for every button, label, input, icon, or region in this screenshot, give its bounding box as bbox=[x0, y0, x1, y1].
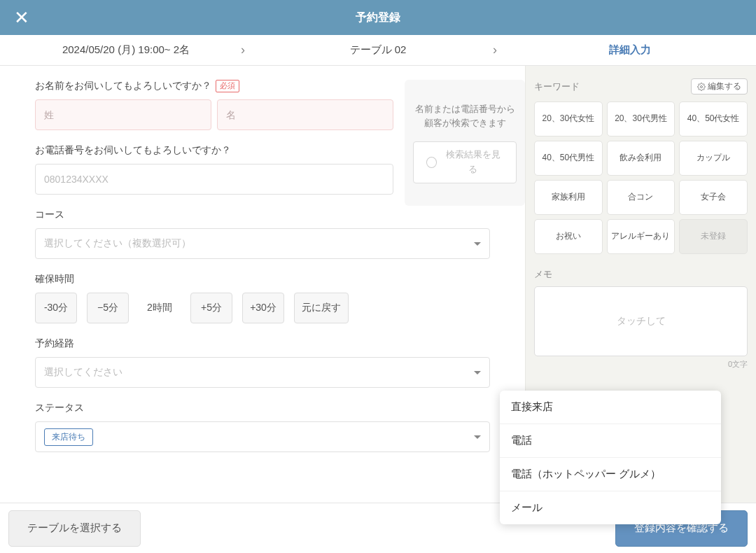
required-badge: 必須 bbox=[216, 80, 239, 92]
keyword-chip[interactable]: 家族利用 bbox=[534, 180, 603, 215]
keyword-chip-unregistered[interactable]: 未登録 bbox=[679, 219, 748, 254]
duration-plus-5-button[interactable]: +5分 bbox=[190, 293, 232, 323]
svg-point-0 bbox=[701, 85, 703, 88]
memo-char-count: 0文字 bbox=[534, 359, 748, 370]
tab-datetime[interactable]: 2024/05/20 (月) 19:00~ 2名 › bbox=[0, 35, 252, 65]
duration-current: 2時間 bbox=[139, 293, 181, 323]
keyword-chip[interactable]: アレルギーあり bbox=[607, 219, 676, 254]
duration-label: 確保時間 bbox=[35, 273, 490, 286]
keyword-chip[interactable]: 40、50代女性 bbox=[679, 102, 748, 136]
caret-down-icon bbox=[474, 435, 481, 439]
route-placeholder: 選択してください bbox=[44, 366, 122, 379]
duration-reset-button[interactable]: 元に戻す bbox=[294, 293, 349, 323]
keyword-chip[interactable]: 20、30代女性 bbox=[534, 102, 603, 136]
customer-search-panel: 名前または電話番号から 顧客が検索できます 検索結果を見る bbox=[405, 80, 525, 206]
duration-minus-30-button[interactable]: -30分 bbox=[35, 293, 77, 323]
keyword-chip[interactable]: 女子会 bbox=[679, 180, 748, 215]
name-label-text: お名前をお伺いしてもよろしいですか？ bbox=[35, 80, 211, 92]
select-table-button[interactable]: テーブルを選択する bbox=[8, 510, 141, 547]
firstname-input[interactable] bbox=[217, 99, 393, 130]
tab-table[interactable]: テーブル 02 › bbox=[252, 35, 504, 65]
modal-header: ✕ 予約登録 bbox=[0, 0, 756, 35]
status-select[interactable]: 来店待ち bbox=[35, 421, 490, 452]
edit-button-label: 編集する bbox=[708, 81, 741, 92]
caret-down-icon bbox=[474, 371, 481, 374]
lastname-input[interactable] bbox=[35, 99, 211, 130]
course-select[interactable]: 選択してください（複数選択可） bbox=[35, 228, 490, 259]
route-label: 予約経路 bbox=[35, 337, 490, 350]
route-dropdown-menu: 直接来店 電話 電話（ホットペッパー グルメ） メール bbox=[500, 391, 721, 524]
route-option[interactable]: メール bbox=[500, 491, 721, 524]
tab-table-label: テーブル 02 bbox=[350, 43, 407, 57]
route-option[interactable]: 直接来店 bbox=[500, 391, 721, 424]
phone-input[interactable] bbox=[35, 164, 393, 195]
chevron-right-icon: › bbox=[493, 43, 497, 57]
memo-placeholder: タッチして bbox=[617, 315, 666, 328]
keyword-chip[interactable]: カップル bbox=[679, 141, 748, 176]
chevron-right-icon: › bbox=[241, 43, 245, 57]
course-label: コース bbox=[35, 209, 490, 221]
keyword-chip[interactable]: 飲み会利用 bbox=[607, 141, 676, 176]
route-select[interactable]: 選択してください bbox=[35, 357, 490, 388]
route-option[interactable]: 電話（ホットペッパー グルメ） bbox=[500, 458, 721, 491]
keyword-chip[interactable]: お祝い bbox=[534, 219, 603, 254]
keyword-chip[interactable]: 合コン bbox=[607, 180, 676, 215]
close-icon[interactable]: ✕ bbox=[14, 8, 29, 27]
search-button-label: 検索結果を見る bbox=[442, 148, 503, 177]
step-tabs: 2024/05/20 (月) 19:00~ 2名 › テーブル 02 › 詳細入… bbox=[0, 35, 756, 66]
modal-title: 予約登録 bbox=[356, 10, 400, 25]
keyword-grid: 20、30代女性 20、30代男性 40、50代女性 40、50代男性 飲み会利… bbox=[534, 102, 748, 254]
keyword-heading: キーワード bbox=[534, 80, 580, 93]
duration-plus-30-button[interactable]: +30分 bbox=[242, 293, 284, 323]
search-hint-2: 顧客が検索できます bbox=[415, 116, 515, 130]
duration-minus-5-button[interactable]: −5分 bbox=[87, 293, 129, 323]
keyword-chip[interactable]: 20、30代男性 bbox=[607, 102, 676, 136]
status-label: ステータス bbox=[35, 402, 490, 414]
route-option[interactable]: 電話 bbox=[500, 424, 721, 458]
view-search-results-button[interactable]: 検索結果を見る bbox=[413, 141, 517, 183]
tab-detail-label: 詳細入力 bbox=[609, 43, 651, 57]
caret-down-icon bbox=[474, 242, 481, 246]
gear-icon bbox=[697, 83, 706, 91]
name-label: お名前をお伺いしてもよろしいですか？ 必須 bbox=[35, 80, 393, 92]
status-chip: 来店待ち bbox=[44, 428, 93, 446]
tab-detail[interactable]: 詳細入力 bbox=[504, 35, 756, 65]
course-placeholder: 選択してください（複数選択可） bbox=[44, 237, 191, 250]
memo-heading: メモ bbox=[534, 268, 748, 281]
memo-input[interactable]: タッチして bbox=[534, 286, 748, 356]
phone-label: お電話番号をお伺いしてもよろしいですか？ bbox=[35, 144, 393, 157]
tab-datetime-label: 2024/05/20 (月) 19:00~ 2名 bbox=[62, 43, 190, 57]
edit-keywords-button[interactable]: 編集する bbox=[691, 78, 748, 94]
keyword-chip[interactable]: 40、50代男性 bbox=[534, 141, 603, 176]
search-hint-1: 名前または電話番号から bbox=[415, 102, 515, 116]
select-table-label: テーブルを選択する bbox=[27, 522, 122, 535]
